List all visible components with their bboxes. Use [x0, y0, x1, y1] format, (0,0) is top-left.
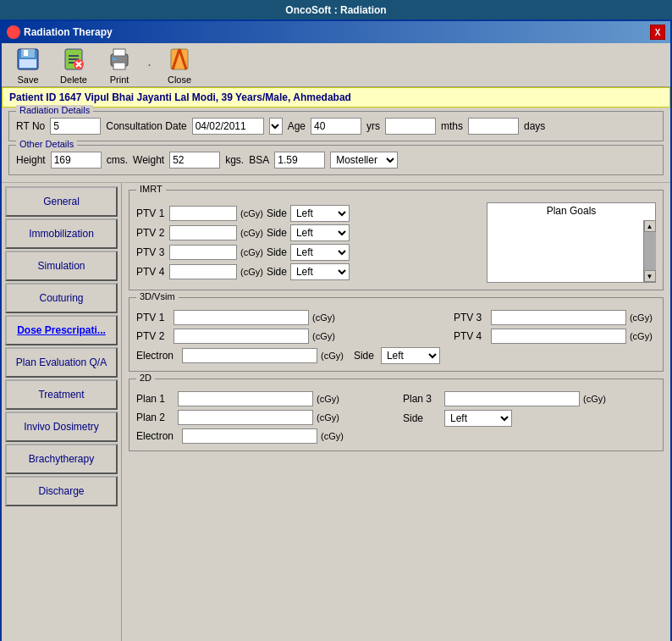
two-d-plan1-unit: (cGy): [317, 394, 339, 404]
other-details-group: Other Details Height cms. Weight kgs. BS…: [8, 145, 664, 175]
days-label: days: [524, 120, 545, 132]
imrt-ptv2-input[interactable]: [169, 225, 237, 240]
print-label: Print: [110, 75, 129, 85]
toolbar: Save Delete: [2, 43, 670, 87]
other-details-row: Height cms. Weight kgs. BSA Mosteller Du…: [16, 152, 656, 169]
three-d-electron-label: Electron: [136, 350, 179, 362]
window-title-icon: [7, 25, 20, 39]
imrt-ptv4-input[interactable]: [169, 264, 237, 279]
weight-input[interactable]: [169, 152, 220, 169]
sidebar-item-brachytherapy-label: Brachytherapy: [29, 453, 94, 465]
bsa-method-select[interactable]: Mosteller DuBois: [330, 152, 398, 169]
two-d-plan2-input[interactable]: [178, 410, 313, 425]
imrt-layout: PTV 1 (cGy) Side LeftRightBoth PTV 2: [136, 202, 656, 283]
three-d-ptv4-unit: (cGy): [630, 331, 653, 341]
two-d-plan3-input[interactable]: [444, 391, 580, 406]
consultation-date-dropdown[interactable]: [269, 118, 283, 135]
imrt-ptv1-label: PTV 1: [136, 207, 166, 219]
save-button[interactable]: Save: [8, 43, 47, 87]
imrt-ptv3-label: PTV 3: [136, 246, 166, 258]
sidebar-item-general[interactable]: General: [5, 186, 118, 217]
three-d-ptv4-input[interactable]: [491, 329, 626, 344]
imrt-ptv1-input[interactable]: [169, 206, 237, 221]
sidebar-item-plan-evaluation[interactable]: Plan Evaluation Q/A: [5, 347, 118, 378]
window-title-text: Radiation Therapy: [24, 26, 113, 38]
two-d-plan1-label: Plan 1: [136, 393, 174, 405]
sidebar: General Immobilization Simulation Coutur…: [2, 183, 122, 641]
patient-bar: Patient ID 1647 Vipul Bhai Jayanti Lal M…: [2, 87, 670, 108]
three-d-ptv2-input[interactable]: [174, 329, 309, 344]
height-input[interactable]: [51, 152, 102, 169]
two-d-plan1-input[interactable]: [178, 391, 313, 406]
days-input[interactable]: [468, 118, 519, 135]
three-d-ptv4-row: PTV 4 (cGy): [454, 329, 656, 344]
sidebar-item-couturing-label: Couturing: [39, 292, 83, 304]
toolbar-separator: ·: [147, 56, 151, 74]
delete-label: Delete: [60, 75, 87, 85]
delete-button[interactable]: Delete: [54, 43, 93, 87]
sidebar-item-couturing[interactable]: Couturing: [5, 283, 118, 313]
imrt-ptv2-row: PTV 2 (cGy) Side LeftRightBoth: [136, 224, 480, 241]
imrt-ptv3-side-select[interactable]: LeftRightBoth: [290, 244, 350, 261]
three-d-ptv1-input[interactable]: [174, 310, 309, 325]
svg-rect-2: [19, 59, 36, 68]
imrt-ptv4-label: PTV 4: [136, 266, 166, 278]
window-close-button[interactable]: X: [650, 25, 665, 40]
sidebar-item-dose-prescription[interactable]: Dose Prescripati...: [5, 315, 118, 345]
three-d-ptv3-row: PTV 3 (cGy): [454, 310, 656, 325]
imrt-ptv3-side-label: Side: [267, 246, 287, 258]
save-icon: [14, 46, 41, 73]
three-d-ptv1-unit: (cGy): [312, 312, 335, 323]
two-d-electron-label: Electron: [136, 430, 179, 442]
sidebar-item-discharge[interactable]: Discharge: [5, 476, 118, 506]
scroll-track: [644, 232, 656, 270]
bsa-input[interactable]: [274, 152, 325, 169]
consultation-date-input[interactable]: [192, 118, 264, 135]
two-d-plan3-label: Plan 3: [403, 393, 441, 405]
delete-icon: [60, 46, 87, 73]
svg-rect-3: [24, 50, 28, 56]
radiation-details-group: Radiation Details RT No Consultation Dat…: [8, 111, 664, 141]
three-d-left: PTV 1 (cGy) PTV 2 (cGy) Electron: [136, 310, 440, 364]
imrt-ptv3-unit: (cGy): [240, 247, 263, 257]
two-d-grid: Plan 1 (cGy) Plan 2 (cGy) Electron: [136, 391, 656, 444]
three-d-electron-unit: (cGy): [321, 351, 344, 361]
two-d-side-select[interactable]: LeftRightBoth: [444, 410, 512, 427]
scroll-up-btn[interactable]: ▲: [644, 220, 656, 232]
imrt-ptv3-input[interactable]: [169, 245, 237, 260]
imrt-ptv2-label: PTV 2: [136, 227, 166, 239]
sidebar-item-brachytherapy[interactable]: Brachytherapy: [5, 444, 118, 474]
mths-label: mths: [441, 120, 463, 132]
imrt-ptv1-side-select[interactable]: LeftRightBoth: [290, 205, 350, 222]
mths-input[interactable]: [385, 118, 436, 135]
two-d-plan2-row: Plan 2 (cGy): [136, 410, 389, 425]
svg-rect-13: [113, 63, 125, 69]
two-d-electron-row: Electron (cGy): [136, 428, 389, 444]
sidebar-item-treatment[interactable]: Treatment: [5, 379, 118, 410]
three-d-electron-input[interactable]: [182, 348, 317, 363]
main-window: Radiation Therapy X Save: [0, 19, 672, 641]
three-d-ptv3-label: PTV 3: [454, 312, 487, 323]
print-button[interactable]: Print: [100, 43, 139, 87]
sidebar-item-immobilization[interactable]: Immobilization: [5, 218, 118, 249]
three-d-ptv1-label: PTV 1: [136, 312, 170, 323]
age-input[interactable]: [311, 118, 361, 135]
imrt-ptv2-side-label: Side: [267, 227, 287, 239]
three-d-side-select[interactable]: LeftRightBoth: [381, 347, 440, 364]
rt-no-input[interactable]: [50, 118, 101, 135]
three-d-content: PTV 1 (cGy) PTV 2 (cGy) Electron: [129, 298, 663, 371]
scroll-down-btn[interactable]: ▼: [644, 270, 656, 282]
three-d-ptv3-input[interactable]: [491, 310, 626, 325]
sidebar-item-discharge-label: Discharge: [38, 485, 84, 497]
imrt-ptv4-side-select[interactable]: LeftRightBoth: [290, 263, 350, 280]
imrt-ptv2-side-select[interactable]: LeftRightBoth: [290, 224, 350, 241]
three-d-ptv2-unit: (cGy): [312, 331, 335, 341]
sidebar-item-invivo-dosimetry[interactable]: Invivo Dosimetry: [5, 412, 118, 442]
close-toolbar-label: Close: [168, 75, 191, 85]
imrt-ptv1-side-label: Side: [267, 207, 287, 219]
radiation-details-label: Radiation Details: [16, 105, 93, 115]
sidebar-item-simulation[interactable]: Simulation: [5, 251, 118, 281]
close-toolbar-button[interactable]: Close: [160, 43, 199, 87]
two-d-electron-input[interactable]: [182, 428, 317, 444]
save-label: Save: [17, 75, 38, 85]
